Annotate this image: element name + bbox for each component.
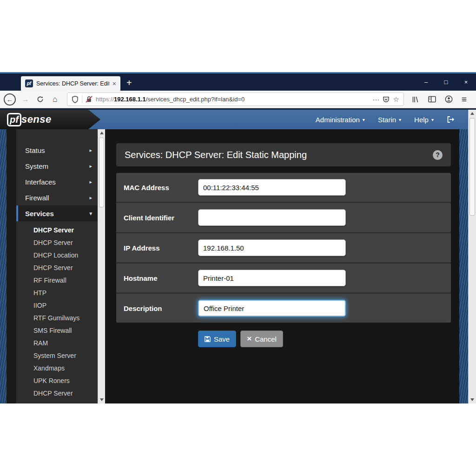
maximize-button[interactable]: □ (436, 73, 456, 91)
sidebar-item-services[interactable]: Services ▾ (16, 205, 98, 221)
submenu-item[interactable]: DHCP Location (16, 249, 98, 261)
page-background-strip (0, 129, 7, 403)
new-tab-button[interactable]: + (126, 78, 132, 88)
static-mapping-form: MAC Address Client Identifier IP Address (116, 173, 451, 323)
submenu-item[interactable]: HTP (16, 286, 98, 299)
floppy-save-icon (205, 336, 211, 342)
forward-button[interactable]: → (19, 93, 32, 106)
sidebar-item-label: System (25, 162, 48, 170)
cancel-button[interactable]: × Cancel (240, 331, 283, 347)
form-row-mac-address: MAC Address (116, 173, 451, 203)
save-button[interactable]: Save (198, 331, 236, 347)
scroll-up-icon[interactable] (100, 132, 104, 134)
ip-address-field[interactable] (198, 239, 346, 256)
bookmark-star-icon[interactable]: ☆ (393, 95, 399, 104)
sidebar: Status ▸ System ▸ Interfaces ▸ Firewal (16, 129, 98, 403)
scrollbar-thumb[interactable] (99, 138, 104, 207)
submenu-item[interactable]: Xandmaps (16, 362, 98, 374)
pfsense-page: pf sense Administration ▾ Starin ▾ Help … (0, 110, 468, 403)
submenu-item[interactable]: DHCP Server (16, 261, 98, 274)
chevron-right-icon: ▸ (89, 147, 92, 153)
chevron-down-icon: ▾ (89, 211, 92, 217)
submenu-item-dhcp-server-active[interactable]: DHCP Server (16, 224, 98, 236)
help-icon[interactable]: ? (433, 150, 443, 160)
submenu-item[interactable]: RAM (16, 337, 98, 349)
header-menus: Administration ▾ Starin ▾ Help ▾ (316, 116, 455, 124)
tab-close-icon[interactable]: × (112, 80, 116, 87)
cancel-button-label: Cancel (255, 335, 277, 343)
mac-address-field[interactable] (198, 179, 346, 196)
page-viewport: pf sense Administration ▾ Starin ▾ Help … (0, 110, 476, 403)
url-scheme: https:// (96, 96, 114, 103)
submenu-item[interactable]: RTF Gumilways (16, 311, 98, 324)
reload-button[interactable] (33, 93, 47, 106)
sidebar-item-firewall[interactable]: Firewall ▸ (16, 190, 98, 205)
insecure-lock-icon[interactable] (86, 96, 93, 103)
url-text[interactable]: https://192.168.1.1/services_dhcp_edit.p… (96, 96, 369, 103)
url-path: /services_dhcp_edit.php?if=lan&id=0 (146, 96, 245, 103)
scroll-down-icon[interactable] (470, 398, 474, 401)
mac-address-label: MAC Address (124, 184, 198, 192)
sidebar-item-label: Status (25, 146, 45, 154)
shield-icon[interactable] (72, 96, 79, 103)
browser-window: pf Services: DHCP Server: Edit S × + – □… (0, 72, 476, 403)
client-identifier-field[interactable] (198, 209, 346, 226)
submenu-item[interactable]: DHCP Server (16, 236, 98, 249)
pfsense-header: pf sense Administration ▾ Starin ▾ Help … (0, 110, 468, 129)
toolbar-icons: ≡ (412, 94, 467, 105)
hostname-field[interactable] (198, 270, 346, 286)
page-body: Status ▸ System ▸ Interfaces ▸ Firewal (0, 129, 468, 403)
chevron-right-icon: ▸ (89, 195, 92, 201)
save-button-label: Save (214, 335, 230, 343)
library-icon[interactable] (412, 96, 419, 103)
url-bar[interactable]: https://192.168.1.1/services_dhcp_edit.p… (67, 93, 404, 106)
account-icon[interactable] (445, 95, 453, 103)
menu-user[interactable]: Starin ▾ (378, 116, 401, 124)
window-controls: – □ × (416, 73, 476, 91)
main-content: Services: DHCP Server: Edit Static Mappi… (105, 129, 459, 403)
browser-tab[interactable]: pf Services: DHCP Server: Edit S × (21, 76, 120, 91)
urlbar-divider (82, 95, 82, 103)
sense-logo-text: sense (21, 113, 52, 126)
scrollbar-thumb[interactable] (469, 118, 475, 216)
minimize-button[interactable]: – (416, 73, 436, 91)
sidebar-item-system[interactable]: System ▸ (16, 158, 98, 174)
sidebar-item-interfaces[interactable]: Interfaces ▸ (16, 174, 98, 190)
page-background-strip (459, 129, 468, 403)
description-field[interactable] (198, 300, 346, 317)
scroll-up-icon[interactable] (470, 112, 474, 115)
menu-administration[interactable]: Administration ▾ (316, 116, 365, 124)
sidebar-toggle-icon[interactable] (428, 96, 436, 103)
sidebar-item-status[interactable]: Status ▸ (16, 142, 98, 158)
submenu-item[interactable]: DHCP Server (16, 387, 98, 399)
home-button[interactable]: ⌂ (48, 93, 62, 106)
description-label: Description (124, 304, 198, 312)
back-button[interactable]: ← (4, 93, 16, 106)
client-identifier-label: Client Identifier (124, 214, 198, 222)
submenu-item[interactable]: IIOP (16, 299, 98, 311)
submenu-item[interactable]: UPK Roners (16, 374, 98, 387)
menu-help[interactable]: Help ▾ (414, 116, 434, 124)
submenu-item[interactable]: SMS Firewall (16, 324, 98, 337)
scroll-down-icon[interactable] (100, 398, 104, 401)
chevron-right-icon: ▸ (89, 163, 92, 169)
form-row-ip-address: IP Address (116, 233, 451, 264)
submenu-item[interactable]: RF Firewall (16, 274, 98, 286)
pf-logo-box: pf (7, 113, 21, 126)
services-submenu: DHCP Server DHCP Server DHCP Location DH… (16, 221, 98, 399)
hostname-label: Hostname (124, 274, 198, 282)
chevron-down-icon: ▾ (431, 117, 434, 122)
sidebar-item-label: Services (25, 210, 54, 218)
url-host: 192.168.1.1 (114, 96, 146, 103)
submenu-item[interactable]: System Server (16, 349, 98, 362)
menu-icon[interactable]: ≡ (462, 94, 467, 105)
pfsense-logo[interactable]: pf sense (0, 110, 100, 129)
logout-icon[interactable] (447, 116, 455, 123)
browser-scrollbar[interactable] (468, 110, 476, 403)
pocket-icon[interactable] (383, 96, 390, 103)
pfsense-favicon-icon: pf (25, 79, 33, 87)
sidebar-scrollbar[interactable] (98, 129, 105, 403)
page-actions-icon[interactable]: ··· (372, 95, 379, 103)
chevron-down-icon: ▾ (363, 117, 365, 122)
close-button[interactable]: × (456, 73, 476, 91)
